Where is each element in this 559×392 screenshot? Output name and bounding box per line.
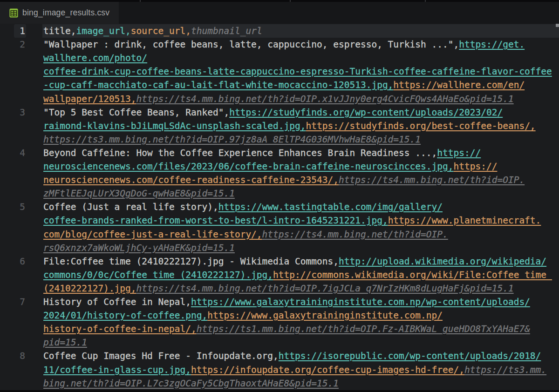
code-row: Coffee Cup Images Hd Free - Infoupdate.o… bbox=[43, 349, 541, 363]
csv-url-link[interactable]: com/blog/coffee-just-a-real-life-story/, bbox=[43, 229, 262, 240]
code-row: Coffee (Just a real life story),https://… bbox=[43, 200, 443, 214]
csv-field: image_url, bbox=[76, 26, 130, 36]
code-row: File:Coffee time (2410222127).jpg - Wiki… bbox=[43, 255, 546, 268]
csv-url-link[interactable]: https://ts4.mm.bing.net/th?id=OIP. bbox=[339, 175, 525, 185]
csv-url-link[interactable]: pid=15.1 bbox=[43, 337, 87, 348]
csv-url-link[interactable]: coffee-drink-cup-coffee-beans-latte-capp… bbox=[43, 66, 552, 77]
csv-field: History of Coffee in Nepal, bbox=[43, 297, 191, 307]
line-number[interactable]: 4 bbox=[7, 146, 25, 160]
csv-url-link[interactable]: https://ts3.mm.bing.net/th?id=OIP.97jz8a… bbox=[43, 134, 421, 145]
csv-field: "Wallpaper : drink, coffee beans, latte,… bbox=[43, 39, 459, 50]
csv-url-link[interactable]: zMFtlEEJqLUrX3QgDoG-qwHaE8&pid=15.1 bbox=[43, 188, 235, 199]
code-row: commons/0/0c/Coffee_time_(2410222127).jp… bbox=[43, 268, 552, 282]
csv-url-link[interactable]: https:// bbox=[437, 148, 481, 158]
csv-url-link[interactable]: https:// bbox=[454, 161, 498, 172]
csv-url-link[interactable]: rsQ6xnzx7aWkoWLjhCy-yAHaEK&pid=15.1 bbox=[43, 243, 235, 253]
csv-field: thumbnail_url bbox=[191, 26, 262, 36]
code-row: wallpaper/120513,https://ts4.mm.bing.net… bbox=[43, 92, 514, 106]
code-row: 11/coffee-in-glass-cup.jpg,https://infou… bbox=[43, 363, 546, 377]
csv-field: File:Coffee time (2410222127).jpg - Wiki… bbox=[43, 256, 339, 267]
csv-url-link[interactable]: https://ts1.mm.bing.net/th?id=OIP.Fz-AIB… bbox=[197, 324, 530, 334]
csv-field: Coffee Cup Images Hd Free - Infoupdate.o… bbox=[43, 351, 279, 361]
line-number[interactable]: 1 bbox=[7, 24, 25, 38]
csv-url-link[interactable]: https://ts4.mm.bing.net/th?id=OIP.x1vJJn… bbox=[136, 94, 514, 104]
csv-url-link[interactable]: neurosciencenews.com/coffee-readiness-ca… bbox=[43, 175, 339, 185]
tab-filename: bing_image_results.csv bbox=[22, 2, 109, 24]
csv-url-link[interactable]: https://www.tastingtable.com/img/gallery… bbox=[218, 202, 443, 212]
csv-url-link[interactable]: raimond-klavins-bJiLmqLSdAc-unsplash-sca… bbox=[43, 121, 306, 131]
editor-window: bing_image_results.csv 12345678 title,im… bbox=[0, 0, 559, 392]
csv-field: Coffee (Just a real life story), bbox=[43, 202, 218, 212]
line-number[interactable]: 3 bbox=[7, 106, 25, 119]
csv-url-link[interactable]: https://get. bbox=[459, 39, 525, 50]
code-row: "Top 5 Best Coffee Beans, Ranked",https:… bbox=[43, 106, 503, 119]
code-row: bing.net/th?id=OIP.L7c3zgOCaFy5CbgThaoxt… bbox=[43, 377, 339, 390]
line-number[interactable]: 5 bbox=[7, 200, 25, 214]
csv-field: title, bbox=[43, 26, 76, 36]
code-row: History of Coffee in Nepal,https://www.g… bbox=[43, 295, 530, 309]
code-row: pid=15.1 bbox=[43, 336, 87, 349]
code-row: -cup-caff-macchiato-caf-au-lait-flat-whi… bbox=[43, 78, 525, 92]
code-row: raimond-klavins-bJiLmqLSdAc-unsplash-sca… bbox=[43, 119, 536, 133]
code-row: com/blog/coffee-just-a-real-life-story/,… bbox=[43, 228, 448, 241]
csv-url-link[interactable]: wallpaper/120513, bbox=[43, 94, 136, 104]
tab-bar: bing_image_results.csv bbox=[0, 2, 559, 24]
csv-url-link[interactable]: https://ts4.mm.bing.net/th?id=OIP.7igJCL… bbox=[136, 283, 514, 294]
tab-bing-image-results[interactable]: bing_image_results.csv bbox=[0, 2, 119, 24]
code-row: zMFtlEEJqLUrX3QgDoG-qwHaE8&pid=15.1 bbox=[43, 187, 235, 200]
window-bottom-edge bbox=[0, 390, 559, 392]
csv-url-link[interactable]: https://isorepublic.com/wp-content/uploa… bbox=[279, 351, 541, 361]
csv-url-link[interactable]: https://infoupdate.org/coffee-cup-images… bbox=[191, 365, 464, 375]
csv-url-link[interactable]: -cup-caff-macchiato-caf-au-lait-flat-whi… bbox=[43, 80, 393, 90]
csv-url-link[interactable]: history-of-coffee-in-nepal/, bbox=[43, 324, 197, 334]
csv-file-icon bbox=[9, 8, 18, 18]
line-number[interactable]: 6 bbox=[7, 255, 25, 268]
code-row: (2410222127).jpg,https://ts4.mm.bing.net… bbox=[43, 282, 514, 295]
csv-url-link[interactable]: https://wallhere.com/en/ bbox=[393, 80, 525, 90]
csv-url-link[interactable]: 11/coffee-in-glass-cup.jpg, bbox=[43, 365, 191, 375]
code-row: "Wallpaper : drink, coffee beans, latte,… bbox=[43, 38, 525, 51]
csv-field: source_url, bbox=[131, 26, 191, 36]
csv-url-link[interactable]: wallhere.com/photo/ bbox=[43, 53, 147, 63]
code-editor[interactable]: 12345678 title,image_url,source_url,thum… bbox=[0, 24, 559, 390]
csv-url-link[interactable]: (2410222127).jpg, bbox=[43, 283, 136, 294]
csv-url-link[interactable]: bing.net/th?id=OIP.L7c3zgOCaFy5CbgThaoxt… bbox=[43, 378, 339, 389]
code-row: 2024/01/history-of-coffee.png,https://ww… bbox=[43, 309, 443, 322]
vertical-scrollbar-thumb[interactable] bbox=[556, 24, 559, 27]
csv-url-link[interactable]: 2024/01/history-of-coffee.png, bbox=[43, 310, 207, 321]
csv-url-link[interactable]: http://upload.wikimedia.org/wikipedia/ bbox=[339, 256, 546, 267]
csv-url-link[interactable]: https://ts3.mm. bbox=[464, 365, 546, 375]
code-row: https://ts3.mm.bing.net/th?id=OIP.97jz8a… bbox=[43, 133, 421, 146]
code-row: neurosciencenews.com/files/2023/06/coffe… bbox=[43, 160, 497, 173]
csv-url-link[interactable]: commons/0/0c/Coffee_time_(2410222127).jp… bbox=[43, 270, 273, 280]
code-row: title,image_url,source_url,thumbnail_url bbox=[43, 24, 262, 38]
csv-field: Beyond Caffeine: How the Coffee Experien… bbox=[43, 148, 437, 158]
line-number[interactable]: 7 bbox=[7, 295, 25, 309]
line-number[interactable]: 8 bbox=[7, 349, 25, 363]
csv-url-link[interactable]: neurosciencenews.com/files/2023/06/coffe… bbox=[43, 161, 454, 172]
code-row: Beyond Caffeine: How the Coffee Experien… bbox=[43, 146, 481, 160]
csv-url-link[interactable]: https://ts4.mm.bing.net/th?id=OIP. bbox=[262, 229, 448, 240]
code-row: rsQ6xnzx7aWkoWLjhCy-yAHaEK&pid=15.1 bbox=[43, 241, 235, 255]
csv-field: "Top 5 Best Coffee Beans, Ranked", bbox=[43, 107, 229, 118]
code-row: history-of-coffee-in-nepal/,https://ts1.… bbox=[43, 322, 530, 336]
csv-url-link[interactable]: https://www.planetminecraft. bbox=[388, 215, 541, 226]
csv-url-link[interactable]: http://commons.wikimedia.org/wiki/File:C… bbox=[273, 270, 552, 280]
code-row: coffee-drink-cup-coffee-beans-latte-capp… bbox=[43, 65, 552, 78]
csv-url-link[interactable]: https://www.galaxytraininginstitute.com.… bbox=[207, 310, 443, 321]
code-row: wallhere.com/photo/ bbox=[43, 51, 147, 65]
code-row: coffee-brands-ranked-from-worst-to-best/… bbox=[43, 214, 541, 227]
line-number[interactable]: 2 bbox=[7, 38, 25, 51]
csv-url-link[interactable]: https://studyfinds.org/best-coffee-beans… bbox=[306, 121, 536, 131]
csv-url-link[interactable]: https://studyfinds.org/wp-content/upload… bbox=[229, 107, 503, 118]
code-row: neurosciencenews.com/coffee-readiness-ca… bbox=[43, 173, 525, 187]
csv-url-link[interactable]: https://www.galaxytraininginstitute.com.… bbox=[191, 297, 530, 307]
csv-url-link[interactable]: coffee-brands-ranked-from-worst-to-best/… bbox=[43, 215, 388, 226]
